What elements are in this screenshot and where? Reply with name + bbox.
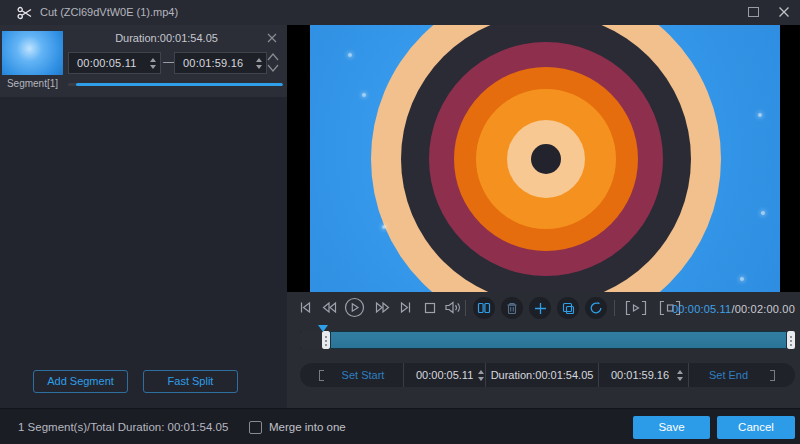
window-title: Cut (ZCl69dVtW0E (1).mp4) xyxy=(40,0,178,25)
copy-icon[interactable] xyxy=(557,297,579,319)
title-bar: Cut (ZCl69dVtW0E (1).mp4) xyxy=(0,0,800,25)
start-time-spinner[interactable] xyxy=(146,58,160,69)
trim-start-handle[interactable] xyxy=(322,331,330,349)
segments-summary: 1 Segment(s)/Total Duration: 00:01:54.05 xyxy=(18,409,228,444)
cancel-button[interactable]: Cancel xyxy=(717,416,795,439)
add-segment-button[interactable]: Add Segment xyxy=(33,370,128,393)
timeline-unselected-region xyxy=(300,331,322,349)
segment-end-time-input[interactable]: 00:01:59.16 xyxy=(174,52,267,74)
chevron-up-icon[interactable] xyxy=(266,52,280,63)
trim-end-spinner[interactable] xyxy=(673,370,687,381)
trim-controls-bar: Set Start 00:00:05.11 Duration:00:01:54.… xyxy=(300,363,795,387)
segment-thumbnail[interactable] xyxy=(2,31,63,75)
segment-range-bar xyxy=(68,83,283,86)
trim-start-time-input[interactable]: 00:00:05.11 xyxy=(404,363,485,387)
split-icon[interactable] xyxy=(473,297,495,319)
fast-split-button[interactable]: Fast Split xyxy=(143,370,238,393)
star-speck xyxy=(362,93,366,97)
trim-end-time-input[interactable]: 00:01:59.16 xyxy=(599,363,688,387)
set-start-button[interactable]: Set Start xyxy=(342,369,385,381)
video-preview-area xyxy=(287,25,800,292)
segment-start-time-input[interactable]: 00:00:05.11 xyxy=(68,52,161,74)
add-icon[interactable] xyxy=(529,297,551,319)
trim-duration-label: Duration:00:01:54.05 xyxy=(486,363,598,387)
video-ring xyxy=(531,144,561,174)
stop-icon[interactable] xyxy=(424,302,436,314)
set-end-button[interactable]: Set End xyxy=(709,369,748,381)
star-speck xyxy=(761,211,765,215)
merge-checkbox[interactable] xyxy=(249,421,262,434)
segment-duration-label: Duration:00:01:54.05 xyxy=(68,32,265,44)
merge-checkbox-label[interactable]: Merge into one xyxy=(269,409,346,444)
playback-deck: 00:00:05.11/00:02:00.00 xyxy=(287,292,800,408)
toolbar-divider xyxy=(614,300,615,316)
time-range-dash: — xyxy=(163,55,173,69)
segments-panel: Duration:00:01:54.05 00:00:05.11 — 00:01… xyxy=(0,25,287,408)
star-speck xyxy=(382,225,386,229)
skip-start-icon[interactable] xyxy=(298,300,313,315)
timeline-track[interactable] xyxy=(300,331,795,349)
toolbar-divider xyxy=(465,300,466,316)
star-speck xyxy=(758,113,762,117)
trim-end-handle[interactable] xyxy=(787,331,795,349)
segment-label: Segment[1] xyxy=(0,78,65,89)
maximize-icon[interactable] xyxy=(748,7,759,17)
current-time: 00:00:05.11 xyxy=(672,303,732,315)
total-time: /00:02:00.00 xyxy=(731,303,795,315)
fast-forward-icon[interactable] xyxy=(374,300,391,315)
trim-start-time-value[interactable]: 00:00:05.11 xyxy=(416,369,473,381)
video-frame[interactable] xyxy=(310,25,780,292)
star-speck xyxy=(348,53,352,57)
chevron-down-icon[interactable] xyxy=(266,63,280,74)
delete-segment-icon[interactable] xyxy=(266,32,280,46)
play-icon[interactable] xyxy=(344,297,365,318)
save-button[interactable]: Save xyxy=(633,416,710,439)
start-bracket-icon xyxy=(319,370,324,381)
volume-icon[interactable] xyxy=(444,300,462,315)
rewind-icon[interactable] xyxy=(321,300,338,315)
play-segment-icon[interactable] xyxy=(625,300,647,316)
reset-icon[interactable] xyxy=(585,297,607,319)
skip-end-icon[interactable] xyxy=(398,300,413,315)
scissors-icon xyxy=(17,5,33,21)
delete-icon[interactable] xyxy=(501,297,523,319)
segment-end-time-value[interactable]: 00:01:59.16 xyxy=(175,57,252,69)
timeline-selected-region[interactable] xyxy=(330,331,787,349)
time-display: 00:00:05.11/00:02:00.00 xyxy=(672,303,795,315)
segment-start-time-value[interactable]: 00:00:05.11 xyxy=(69,57,146,69)
trim-start-spinner[interactable] xyxy=(477,370,485,381)
star-speck xyxy=(740,277,744,281)
end-bracket-icon xyxy=(770,370,775,381)
footer-bar: 1 Segment(s)/Total Duration: 00:01:54.05… xyxy=(0,408,800,444)
end-time-spinner[interactable] xyxy=(252,58,266,69)
trim-end-time-value[interactable]: 00:01:59.16 xyxy=(611,369,669,381)
close-icon[interactable] xyxy=(777,5,791,19)
